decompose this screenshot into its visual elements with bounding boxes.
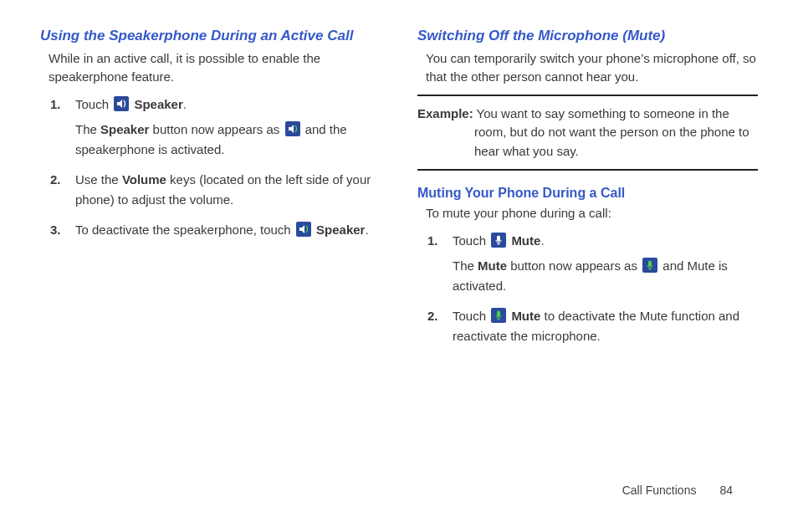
step-1-label: Speaker [134,97,182,111]
lead-mute: You can temporarily switch your phone’s … [426,49,758,86]
mute-step-1-pre: Touch [453,233,489,248]
speaker-off-icon [114,96,129,111]
page: Using the Speakerphone During an Active … [0,0,798,532]
step-1-sub-pre: The [75,122,100,136]
mute-step-2-pre: Touch [453,309,489,323]
example-rest: room, but do not want the person on the … [474,123,758,161]
example-first-line: You want to say something to someone in … [473,106,729,120]
step-1-sub: The Speaker button now appears as and th… [75,120,381,160]
step-1-sub-mid: button now appears as [149,122,283,136]
subheading-muting: Muting Your Phone During a Call [417,186,758,201]
step-2-pre: Use the [75,172,122,187]
step-3-post: . [365,223,368,237]
speaker-on-icon [285,121,300,136]
heading-speakerphone: Using the Speakerphone During an Active … [40,27,381,44]
step-1: Touch Speaker. The Speaker button now ap… [50,95,381,160]
step-1-pre: Touch [75,97,112,111]
left-column: Using the Speakerphone During an Active … [40,27,381,356]
sublead-muting: To mute your phone during a call: [426,204,758,223]
step-2-bold: Volume [122,172,166,187]
step-3: To deactivate the speakerphone, touch Sp… [50,220,381,240]
page-footer: Call Functions 84 [622,483,733,497]
step-1-post: . [183,97,187,111]
mute-step-1-sub: The Mute button now appears as and Mute … [453,256,758,296]
step-1-sub-bold: Speaker [100,122,149,136]
steps-mute: Touch Mute. The Mute button now appears … [427,231,758,346]
heading-mute: Switching Off the Microphone (Mute) [417,27,758,44]
two-column-layout: Using the Speakerphone During an Active … [40,27,758,356]
mute-step-1-sub-pre: The [453,258,478,273]
mute-on-icon [642,258,657,273]
steps-speakerphone: Touch Speaker. The Speaker button now ap… [50,95,381,240]
mute-step-2: Touch Mute to deactivate the Mute functi… [427,306,758,346]
example-label: Example: [417,106,473,120]
footer-section: Call Functions [622,483,697,497]
step-3-pre: To deactivate the speakerphone, touch [75,223,294,237]
right-column: Switching Off the Microphone (Mute) You … [417,27,758,356]
step-3-label: Speaker [316,223,365,237]
mute-step-1-sub-mid: button now appears as [507,258,641,273]
speaker-on-icon [296,222,311,237]
mute-step-1-label: Mute [511,233,540,248]
mute-step-1-sub-bold: Mute [478,258,507,273]
footer-page-number: 84 [719,483,733,497]
mute-on-icon [491,308,506,323]
step-2: Use the Volume keys (located on the left… [50,170,381,210]
mute-step-1-post: . [540,233,544,248]
mute-step-2-label: Mute [511,309,540,323]
example-box: Example: You want to say something to so… [417,95,758,171]
lead-speakerphone: While in an active call, it is possible … [49,49,381,86]
mute-step-1: Touch Mute. The Mute button now appears … [427,231,758,296]
mute-off-icon [491,233,506,248]
